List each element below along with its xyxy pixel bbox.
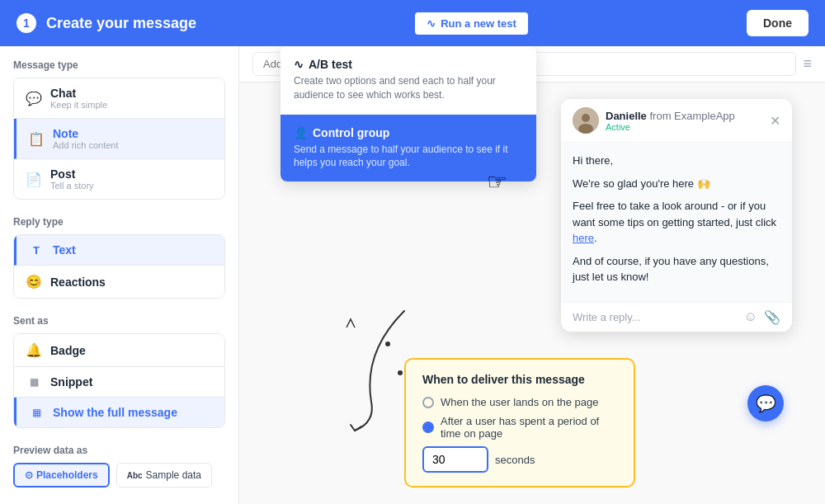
control-group-icon: 👤 [294, 126, 308, 139]
sent-as-snippet[interactable]: ▦ Snippet [14, 367, 224, 398]
reactions-icon: 😊 [26, 274, 42, 290]
page-title: Create your message [46, 15, 196, 32]
ab-test-icon: ∿ [294, 58, 304, 71]
content-area: ≡ [239, 46, 825, 504]
post-icon: 📄 [26, 172, 42, 187]
note-title: Note [53, 127, 119, 140]
message-type-post[interactable]: 📄 Post Tell a story [14, 159, 224, 199]
sample-data-button[interactable]: Abc Sample data [116, 463, 212, 488]
snippet-icon: ▦ [26, 376, 42, 388]
control-group-title: 👤 Control group [294, 126, 523, 139]
done-button[interactable]: Done [747, 10, 808, 36]
sent-as-label: Sent as [13, 315, 225, 327]
reactions-title: Reactions [50, 276, 106, 289]
sidebar: Message type 💬 Chat Keep it simple 📋 Not… [0, 46, 239, 504]
sent-as-badge[interactable]: 🔔 Badge [14, 334, 224, 367]
chat-icon: 💬 [26, 91, 42, 106]
sent-as-fullmsg[interactable]: ▦ Show the full message [14, 398, 224, 427]
text-title: Text [53, 243, 76, 257]
message-type-label: Message type [13, 59, 225, 71]
header: 1 Create your message ∿ Run a new test D… [0, 0, 825, 46]
ab-test-desc: Create two options and send each to half… [294, 74, 523, 102]
chat-subtitle: Keep it simple [50, 100, 107, 110]
fullmsg-title: Show the full message [53, 406, 177, 419]
preview-data-group: ⊙ Placeholders Abc Sample data [13, 463, 225, 488]
reply-type-group: T Text 😊 Reactions [13, 234, 225, 299]
message-type-group: 💬 Chat Keep it simple 📋 Note Add rich co… [13, 78, 225, 200]
badge-title: Badge [50, 344, 86, 357]
run-test-button[interactable]: ∿ Run a new test [413, 11, 530, 36]
ab-test-title: ∿ A/B test [294, 58, 523, 71]
snippet-title: Snippet [50, 375, 92, 389]
dropdown-menu: ∿ A/B test Create two options and send e… [280, 46, 536, 181]
message-type-note[interactable]: 📋 Note Add rich content [14, 119, 224, 159]
reply-type-label: Reply type [13, 216, 225, 228]
note-subtitle: Add rich content [53, 140, 119, 150]
dropdown-ab-test[interactable]: ∿ A/B test Create two options and send e… [280, 46, 536, 115]
sent-as-group: 🔔 Badge ▦ Snippet ▦ Show the full messag… [13, 333, 225, 428]
control-group-desc: Send a message to half your audience to … [294, 143, 523, 171]
placeholders-icon: ⊙ [25, 469, 33, 481]
dropdown-control-group[interactable]: 👤 Control group Send a message to half y… [280, 115, 536, 182]
message-type-chat[interactable]: 💬 Chat Keep it simple [14, 78, 224, 119]
main-layout: Message type 💬 Chat Keep it simple 📋 Not… [0, 46, 825, 504]
badge-icon: 🔔 [26, 342, 42, 358]
step-badge: 1 [16, 13, 36, 33]
run-test-icon: ∿ [427, 17, 436, 30]
text-icon: T [28, 244, 45, 257]
sample-data-icon: Abc [127, 471, 143, 480]
preview-data-label: Preview data as [13, 445, 225, 456]
post-title: Post [50, 167, 94, 181]
post-subtitle: Tell a story [50, 181, 94, 191]
note-icon: 📋 [28, 131, 45, 147]
header-left: 1 Create your message [16, 13, 196, 33]
chat-title: Chat [50, 87, 107, 100]
reply-type-reactions[interactable]: 😊 Reactions [14, 266, 224, 298]
placeholders-button[interactable]: ⊙ Placeholders [13, 463, 110, 488]
reply-type-text[interactable]: T Text [14, 235, 224, 266]
fullmsg-icon: ▦ [28, 407, 45, 418]
dropdown-overlay: ∿ A/B test Create two options and send e… [239, 46, 825, 504]
